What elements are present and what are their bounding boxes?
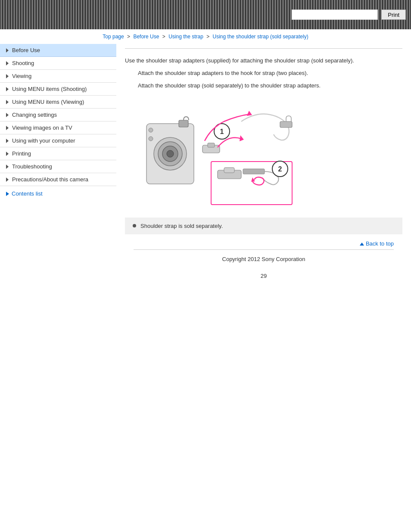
triangle-up-icon xyxy=(360,243,364,246)
contents-list-link[interactable]: Contents list xyxy=(12,190,43,197)
arrow-icon xyxy=(6,48,9,53)
svg-text:1: 1 xyxy=(220,128,224,135)
intro-paragraph: Use the shoulder strap adapters (supplie… xyxy=(125,56,402,65)
arrow-icon xyxy=(6,126,9,130)
arrow-icon xyxy=(6,61,9,65)
sidebar-item-viewing-tv[interactable]: Viewing images on a TV xyxy=(0,121,116,134)
content-area: Use the shoulder strap adapters (supplie… xyxy=(116,42,411,292)
breadcrumb-using-strap[interactable]: Using the strap xyxy=(168,34,203,40)
sidebar-item-printing[interactable]: Printing xyxy=(0,147,116,160)
svg-rect-17 xyxy=(224,168,234,173)
sidebar-item-troubleshooting[interactable]: Troubleshooting xyxy=(0,160,116,173)
note-box: Shoulder strap is sold separately. xyxy=(125,218,402,234)
sidebar-item-menu-viewing[interactable]: Using MENU items (Viewing) xyxy=(0,96,116,109)
diagram-area: 1 xyxy=(138,98,402,210)
arrow-icon xyxy=(6,165,9,169)
step2-paragraph: Attach the shoulder strap (sold separate… xyxy=(138,81,402,90)
svg-marker-14 xyxy=(240,135,244,141)
svg-point-6 xyxy=(149,137,153,141)
breadcrumb-top-page[interactable]: Top page xyxy=(103,34,124,40)
sidebar-item-viewing[interactable]: Viewing xyxy=(0,70,116,83)
title-divider xyxy=(125,48,402,49)
arrow-icon xyxy=(6,113,9,117)
sidebar-item-menu-shooting[interactable]: Using MENU items (Shooting) xyxy=(0,83,116,96)
footer-copyright: Copyright 2012 Sony Corporation xyxy=(125,250,402,268)
svg-point-5 xyxy=(149,128,153,132)
sidebar-item-before-use[interactable]: Before Use xyxy=(0,44,116,57)
strap-diagram: 1 xyxy=(138,98,302,210)
page-number: 29 xyxy=(125,268,402,283)
sidebar-item-shooting[interactable]: Shooting xyxy=(0,57,116,70)
arrow-right-icon xyxy=(6,192,9,196)
step1-paragraph: Attach the shoulder strap adapters to th… xyxy=(138,69,402,78)
sidebar: Before Use Shooting Viewing Using MENU i… xyxy=(0,42,116,292)
contents-list-link-row: Contents list xyxy=(0,186,116,201)
back-to-top-link[interactable]: Back to top xyxy=(366,240,394,247)
svg-rect-18 xyxy=(243,169,265,174)
arrow-icon xyxy=(6,152,9,156)
arrow-icon xyxy=(6,100,9,104)
note-bullet-icon xyxy=(133,224,136,227)
arrow-icon xyxy=(6,139,9,143)
breadcrumb-current[interactable]: Using the shoulder strap (sold separatel… xyxy=(213,34,308,40)
arrow-icon xyxy=(6,177,9,182)
svg-text:2: 2 xyxy=(278,165,282,173)
sidebar-item-changing-settings[interactable]: Changing settings xyxy=(0,109,116,121)
sidebar-item-precautions[interactable]: Precautions/About this camera xyxy=(0,173,116,186)
main-layout: Before Use Shooting Viewing Using MENU i… xyxy=(0,42,411,292)
breadcrumb-before-use[interactable]: Before Use xyxy=(133,34,159,40)
back-to-top-row: Back to top xyxy=(125,234,402,249)
svg-rect-13 xyxy=(280,121,292,128)
arrow-icon xyxy=(6,74,9,78)
sidebar-item-computer[interactable]: Using with your computer xyxy=(0,134,116,147)
svg-marker-10 xyxy=(247,111,252,116)
page-header: Print xyxy=(0,0,411,29)
search-input[interactable] xyxy=(292,9,378,20)
svg-rect-7 xyxy=(179,120,188,127)
svg-point-4 xyxy=(167,150,174,157)
arrow-icon xyxy=(6,87,9,91)
svg-rect-12 xyxy=(208,143,215,147)
breadcrumb: Top page > Before Use > Using the strap … xyxy=(0,29,411,42)
print-button[interactable]: Print xyxy=(381,9,406,20)
note-text: Shoulder strap is sold separately. xyxy=(140,223,223,229)
